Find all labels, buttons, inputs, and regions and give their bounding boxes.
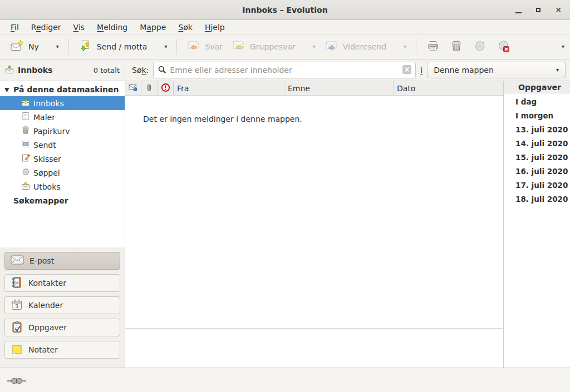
folder-row-innboks[interactable]: Innboks [0,96,125,110]
svg-text:@: @ [14,280,19,285]
new-message-button[interactable]: Ny ▾ [6,37,63,57]
reply-icon [186,39,200,54]
task-group-date[interactable]: 17. juli 2020 [504,178,570,192]
switcher-label: E-post [30,256,54,265]
toolbar-separator [68,39,69,54]
folder-row-utboks[interactable]: Utboks [0,180,125,193]
maximize-icon [536,8,540,12]
search-folders-label: Søkemapper [13,196,68,205]
menu-hjelp[interactable]: Hjelp [199,21,231,33]
menu-fil[interactable]: Fil [4,21,25,33]
folder-row-skisser[interactable]: Skisser [0,152,125,166]
close-icon: ✕ [555,6,562,14]
print-button[interactable] [421,37,445,57]
main-area: ▼ På denne datamaskinen Innboks Maler Pa… [0,81,570,368]
message-list-area: Fra Emne Dato Det er ingen meldinger i d… [125,81,503,368]
switcher-tasks-button[interactable]: Oppgaver [4,319,120,336]
column-status[interactable] [125,81,141,95]
sidebar: ▼ På denne datamaskinen Innboks Maler Pa… [0,81,125,368]
task-pane-title: Oppgaver [518,83,561,92]
clear-search-icon[interactable] [402,65,411,76]
send-receive-dropdown-icon[interactable]: ▾ [164,44,167,49]
menubar: Fil Rediger Vis Melding Mappe Søk Hjelp [0,20,570,34]
search-scope-value: Denne mappen [434,66,494,75]
new-mail-icon [10,39,23,54]
forward-dropdown-icon[interactable]: ▾ [404,44,406,49]
reply-button[interactable]: Svar [182,37,227,57]
column-subject[interactable]: Emne [284,81,394,95]
switcher-label: Kontakter [28,279,66,287]
task-group-date[interactable]: 16. juli 2020 [504,164,570,178]
task-group-date[interactable]: 13. juli 2020 [504,122,570,136]
forward-label: Videresend [343,42,386,51]
new-message-label: Ny [28,42,39,51]
column-date-label: Dato [397,84,415,93]
account-row[interactable]: ▼ På denne datamaskinen [0,83,125,96]
send-receive-button[interactable]: Send / motta ▾ [74,37,172,57]
menu-vis[interactable]: Vis [67,21,91,33]
important-icon [161,83,170,94]
current-folder-name: Innboks [18,66,52,75]
switcher-label: Notater [28,345,58,354]
menu-mappe[interactable]: Mappe [134,21,172,33]
folder-label: Sendt [33,141,56,150]
menu-rediger[interactable]: Rediger [25,21,67,33]
forward-button[interactable]: Videresend ▾ [320,37,411,57]
group-reply-label: Gruppesvar [250,42,296,51]
column-from[interactable]: Fra [174,81,284,95]
switcher-contacts-button[interactable]: @ Kontakter [4,274,120,292]
group-reply-button[interactable]: Gruppesvar ▾ [227,37,320,57]
switcher-mail-button[interactable]: E-post [4,252,120,270]
delete-button[interactable] [445,37,468,57]
folder-row-papirkurv[interactable]: Papirkurv [0,124,125,138]
task-group-date[interactable]: 15. juli 2020 [504,150,570,164]
toolbar-separator [176,39,177,54]
switcher-calendar-button[interactable]: 3 Kalender [4,296,120,314]
task-group-today[interactable]: I dag [504,95,570,108]
junk-button[interactable] [468,37,492,57]
switcher-memos-button[interactable]: Notater [4,341,120,359]
menu-melding[interactable]: Melding [91,21,134,33]
group-reply-icon [232,39,245,54]
menu-sok[interactable]: Søk [172,21,199,33]
folder-row-maler[interactable]: Maler [0,110,125,124]
search-folders-row[interactable]: Søkemapper [0,193,125,207]
group-reply-dropdown-icon[interactable]: ▾ [313,44,316,49]
task-pane-header[interactable]: Oppgaver [504,81,570,93]
column-from-label: Fra [177,84,189,93]
junk-folder-icon [21,167,30,178]
folder-label: Skisser [33,155,61,163]
task-list: I dag I morgen 13. juli 2020 14. juli 20… [504,93,570,206]
toolbar: Ny ▾ Send / motta ▾ Svar Gruppesvar ▾ Vi… [0,34,570,59]
not-junk-button[interactable] [492,37,515,57]
toolbar-overflow-icon[interactable]: ▾ [562,44,564,49]
column-attachment[interactable] [141,81,158,95]
column-date[interactable]: Dato [394,81,503,95]
reply-label: Svar [205,42,223,51]
trash-folder-icon [21,126,30,136]
new-message-dropdown-icon[interactable]: ▾ [56,44,59,49]
preview-pane [125,329,503,368]
tasks-icon [11,321,23,335]
folder-label: Papirkurv [33,127,70,136]
search-scope-dropdown[interactable]: Denne mappen ▾ [427,62,566,78]
templates-icon [21,112,30,122]
contacts-icon: @ [11,276,23,290]
search-input[interactable] [170,66,399,75]
maximize-button[interactable] [532,4,544,16]
folder-tree: ▼ På denne datamaskinen Innboks Maler Pa… [0,81,125,247]
close-button[interactable]: ✕ [552,4,564,16]
task-group-date[interactable]: 18. juli 2020 [504,192,570,206]
sent-icon [21,140,30,150]
task-group-tomorrow[interactable]: I morgen [504,108,570,122]
column-important[interactable] [158,81,174,95]
search-label: Søk: [132,66,149,75]
folder-row-sendt[interactable]: Sendt [0,138,125,152]
folder-row-soppel[interactable]: Søppel [0,166,125,180]
expander-icon[interactable]: ▼ [4,86,10,93]
task-group-date[interactable]: 14. juli 2020 [504,136,570,150]
minimize-button[interactable] [512,4,524,16]
online-status-button[interactable] [7,376,26,387]
switcher-label: Kalender [28,301,63,310]
titlebar: Innboks – Evolution ✕ [0,0,570,20]
